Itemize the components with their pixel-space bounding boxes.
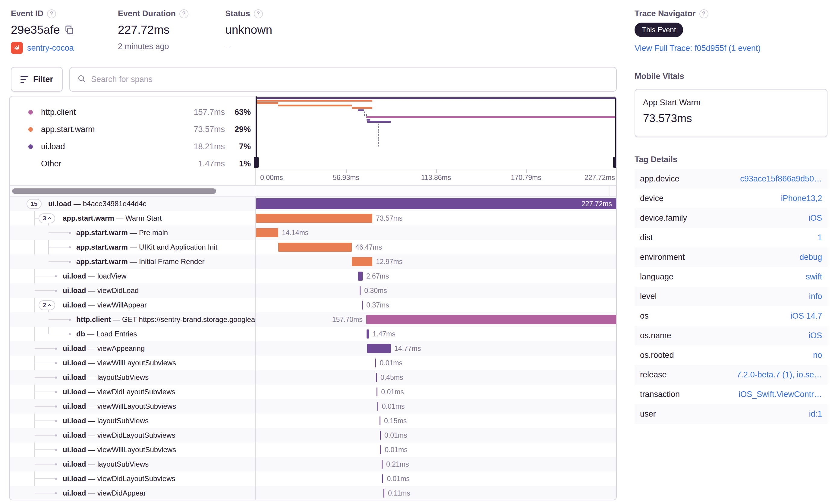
span-duration-bar — [358, 272, 362, 281]
view-full-trace-link[interactable]: View Full Trace: f05d955f (1 event) — [634, 44, 760, 53]
span-duration-bar — [375, 359, 376, 367]
span-label: db — Load Entries — [76, 327, 137, 341]
tag-value-link[interactable]: iOS_Swift.ViewContr… — [680, 390, 822, 399]
legend-duration: 157.7ms — [193, 108, 225, 117]
span-row[interactable]: app.start.warm — UIKit and Application I… — [10, 240, 617, 255]
tag-key: transaction — [640, 390, 680, 399]
legend-row[interactable]: Other1.47ms1% — [10, 156, 255, 171]
span-row[interactable]: ui.load — viewDidLayoutSubviews0.01ms — [10, 428, 617, 443]
span-row[interactable]: ui.load — layoutSubViews0.45ms — [10, 370, 617, 384]
span-duration-bar — [256, 214, 372, 223]
children-count-pill[interactable]: 15 — [27, 199, 42, 209]
span-row[interactable]: 15ui.load — b4ace34981e44d4c227.72ms — [10, 196, 617, 211]
tag-value-link[interactable]: 1 — [653, 233, 822, 242]
tag-value-link[interactable]: iOS — [687, 213, 822, 223]
minimap-time-axis: 0.00ms56.93ms113.86ms170.79ms227.72ms — [256, 169, 617, 185]
span-row[interactable]: ui.load — loadView2.67ms — [10, 269, 617, 283]
help-icon[interactable]: ? — [47, 9, 56, 18]
filter-icon — [21, 76, 28, 83]
tree-connector-dot — [55, 434, 57, 436]
event-duration-label: Event Duration — [118, 9, 176, 18]
trace-minimap[interactable]: 0.00ms56.93ms113.86ms170.79ms227.72ms — [255, 97, 617, 185]
tag-value-link[interactable]: iOS — [671, 331, 822, 340]
legend-row[interactable]: app.start.warm73.57ms29% — [10, 122, 255, 137]
filter-button[interactable]: Filter — [11, 67, 63, 91]
span-label: ui.load — viewWillLayoutSubviews — [63, 399, 176, 414]
span-row[interactable]: ui.load — viewDidLayoutSubviews0.01ms — [10, 472, 617, 486]
span-row[interactable]: app.start.warm — Initial Frame Render12.… — [10, 255, 617, 269]
legend-color-dot — [28, 144, 33, 149]
span-row[interactable]: app.start.warm — Pre main14.14ms — [10, 226, 617, 240]
minimap-left-handle[interactable] — [254, 157, 259, 168]
minimap-right-handle[interactable] — [613, 157, 617, 168]
tag-value-link[interactable]: info — [657, 292, 822, 301]
tag-value-link[interactable]: no — [674, 350, 822, 360]
children-count-pill[interactable]: 3 — [38, 213, 55, 223]
span-duration-bar — [384, 488, 384, 498]
help-icon[interactable]: ? — [699, 9, 708, 18]
scrollbar-thumb[interactable] — [12, 188, 216, 194]
tree-connector-dot — [55, 420, 57, 422]
tag-value-link[interactable]: 7.2.0-beta.7 (1), io.se… — [667, 370, 822, 379]
span-duration-label: 0.37ms — [366, 298, 389, 312]
tree-connector — [35, 464, 56, 465]
search-input[interactable] — [91, 75, 609, 84]
span-search[interactable] — [69, 67, 617, 91]
span-row[interactable]: ui.load — viewDidAppear0.11ms — [10, 486, 617, 500]
tag-value-link[interactable]: id:1 — [656, 409, 822, 419]
span-row[interactable]: ui.load — viewWillLayoutSubviews0.01ms — [10, 399, 617, 414]
tree-connector — [49, 334, 70, 334]
span-row[interactable]: db — Load Entries1.47ms — [10, 327, 617, 341]
axis-tick-mark — [436, 169, 437, 173]
copy-icon[interactable] — [64, 25, 75, 35]
span-row[interactable]: ui.load — viewAppearing14.77ms — [10, 341, 617, 356]
minimap-span-bar — [256, 97, 616, 99]
tree-connector — [35, 421, 56, 421]
span-duration-label: 0.01ms — [387, 472, 409, 486]
minimap-connector-dash — [378, 124, 379, 147]
help-icon[interactable]: ? — [254, 9, 263, 18]
tag-value-link[interactable]: iOS 14.7 — [649, 311, 822, 321]
span-row[interactable]: ui.load — viewDidLoad0.30ms — [10, 283, 617, 298]
tag-row: languageswift — [634, 267, 828, 287]
axis-tick-mark — [526, 169, 527, 173]
span-row[interactable]: 3app.start.warm — Warm Start73.57ms — [10, 211, 617, 226]
tag-value-link[interactable]: debug — [685, 253, 822, 262]
span-row[interactable]: ui.load — viewDidLayoutSubviews0.01ms — [10, 384, 617, 399]
span-row[interactable]: http.client — GET https://sentry-brand.s… — [10, 312, 617, 327]
span-duration-bar — [256, 228, 278, 237]
span-duration-bar — [366, 315, 616, 324]
status-value: unknown — [225, 23, 272, 36]
span-label: app.start.warm — Pre main — [76, 226, 168, 240]
search-icon — [77, 74, 86, 84]
span-label: ui.load — viewDidLayoutSubviews — [63, 428, 175, 443]
tag-value-link[interactable]: swift — [673, 272, 822, 282]
help-icon[interactable]: ? — [179, 9, 188, 18]
minimap-connector-dash — [366, 114, 367, 116]
app-start-warm-card[interactable]: App Start Warm 73.573ms — [634, 89, 828, 137]
span-row[interactable]: ui.load — viewWillLayoutSubviews0.01ms — [10, 356, 617, 370]
legend-op-name: app.start.warm — [41, 125, 95, 134]
span-row[interactable]: ui.load — layoutSubViews0.15ms — [10, 414, 617, 428]
project-link[interactable]: sentry-cocoa — [27, 44, 74, 53]
tag-row: transactioniOS_Swift.ViewContr… — [634, 384, 828, 404]
tag-details-heading: Tag Details — [634, 155, 677, 164]
span-row[interactable]: ui.load — viewWillLayoutSubviews0.01ms — [10, 443, 617, 457]
legend-row[interactable]: http.client157.7ms63% — [10, 105, 255, 120]
span-row[interactable]: 2ui.load — viewWillAppear0.37ms — [10, 298, 617, 312]
span-duration-label: 12.97ms — [376, 255, 402, 269]
span-row[interactable]: ui.load — layoutSubViews0.21ms — [10, 457, 617, 472]
legend-duration: 18.21ms — [193, 142, 225, 151]
tag-key: os — [640, 311, 649, 321]
tree-connector-dot — [69, 232, 71, 234]
tag-value-link[interactable]: iPhone13,2 — [664, 194, 822, 203]
legend-row[interactable]: ui.load18.21ms7% — [10, 139, 255, 154]
children-count-pill[interactable]: 2 — [38, 300, 55, 310]
tag-key: user — [640, 409, 656, 419]
span-duration-bar — [367, 344, 391, 353]
span-duration-bar — [380, 431, 381, 440]
tag-value-link[interactable]: c93ace15f866a9d50… — [679, 174, 822, 184]
axis-tick-label: 0.00ms — [260, 174, 283, 182]
tree-connector-dot — [55, 290, 57, 292]
span-duration-label: 0.01ms — [385, 443, 407, 457]
